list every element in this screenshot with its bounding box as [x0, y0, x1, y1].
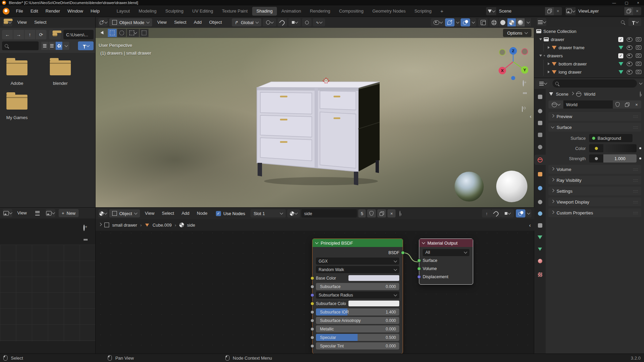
- tab-view-layer[interactable]: [534, 130, 546, 140]
- refresh-button[interactable]: ⟳: [36, 30, 46, 39]
- tab-modeling[interactable]: Modeling: [134, 7, 161, 16]
- folder-item-blender[interactable]: blender: [47, 60, 74, 86]
- tab-texture-paint[interactable]: Texture Paint: [218, 7, 252, 16]
- shading-dropdown[interactable]: [525, 18, 531, 26]
- viewlayer-name-field[interactable]: ViewLayer: [576, 7, 624, 15]
- tab-sculpting[interactable]: Sculpting: [161, 7, 188, 16]
- viewport-menu-object[interactable]: Object: [205, 18, 226, 27]
- shader-menu-view[interactable]: View: [141, 209, 158, 218]
- hide-eye-icon[interactable]: [627, 70, 632, 74]
- options-button[interactable]: Options: [503, 29, 531, 37]
- shading-wireframe-button[interactable]: [490, 18, 499, 26]
- file-search-input[interactable]: [2, 41, 39, 50]
- hide-eye-icon[interactable]: [627, 62, 632, 66]
- pin-icon[interactable]: [640, 92, 641, 97]
- collection-checkbox[interactable]: ✓: [618, 53, 623, 58]
- scene-unlink-button[interactable]: ×: [554, 7, 562, 15]
- expand-icon[interactable]: [539, 38, 542, 40]
- strength-socket-button[interactable]: [589, 154, 603, 163]
- render-camera-icon[interactable]: [636, 70, 641, 74]
- input-socket[interactable]: [310, 344, 314, 348]
- tab-object-data[interactable]: [534, 232, 546, 242]
- scene-icon[interactable]: [486, 7, 496, 15]
- fake-user-shield-button[interactable]: [367, 209, 376, 217]
- outliner-row-drawer-frame[interactable]: drawer frame: [534, 43, 644, 52]
- folder-item-my-games[interactable]: My Games: [3, 95, 31, 120]
- tab-layout[interactable]: Layout: [112, 7, 134, 16]
- expand-icon[interactable]: [548, 62, 550, 65]
- snap-settings-dropdown[interactable]: [288, 18, 301, 26]
- render-camera-icon[interactable]: [636, 54, 641, 58]
- shading-rendered-button[interactable]: [516, 18, 525, 26]
- breadcrumb-world[interactable]: World: [584, 92, 596, 97]
- shader-menu-select[interactable]: Select: [158, 209, 178, 218]
- image-editor-grid[interactable]: [0, 245, 96, 341]
- menu-render[interactable]: Render: [42, 7, 64, 16]
- node-principled-bsdf[interactable]: Principled BSDF BSDF GGX Random Walk Bas…: [312, 239, 403, 354]
- forward-button[interactable]: →: [13, 30, 24, 39]
- maximize-button[interactable]: ▢: [625, 1, 628, 5]
- collection-checkbox[interactable]: ✓: [618, 37, 623, 42]
- viewlayer-icon[interactable]: [565, 7, 576, 15]
- collapse-icon[interactable]: [422, 241, 425, 244]
- display-size-dropdown[interactable]: [63, 42, 70, 50]
- output-target-dropdown[interactable]: All: [423, 249, 469, 256]
- outliner-filter-dropdown[interactable]: [628, 18, 641, 26]
- region-collapse-icon[interactable]: ‹: [529, 222, 531, 228]
- render-camera-icon[interactable]: [636, 37, 641, 41]
- visibility-dropdown[interactable]: [431, 18, 445, 26]
- input-socket[interactable]: [310, 310, 314, 314]
- breadcrumb-object[interactable]: small drawer: [112, 223, 137, 228]
- tab-texture[interactable]: [534, 269, 546, 280]
- display-thumbnails-button[interactable]: [56, 42, 63, 50]
- expand-icon[interactable]: [548, 71, 550, 73]
- display-list-horizontal-button[interactable]: [48, 42, 56, 50]
- input-socket[interactable]: [310, 327, 314, 331]
- pin-icon[interactable]: [400, 211, 400, 216]
- material-unlink-button[interactable]: ×: [387, 209, 396, 217]
- transform-orientation-dropdown[interactable]: ↱Global: [232, 18, 261, 26]
- image-menu-icon[interactable]: [35, 211, 40, 215]
- show-overlays-toggle[interactable]: [461, 18, 470, 26]
- node-material-output[interactable]: Material Output All SurfaceVolumeDisplac…: [419, 239, 473, 285]
- color-swatch[interactable]: [348, 301, 399, 306]
- tab-material[interactable]: [534, 256, 546, 266]
- zoom-icon[interactable]: [83, 225, 85, 230]
- section-preview[interactable]: Preview::::: [548, 112, 641, 121]
- xray-toggle[interactable]: [478, 18, 488, 26]
- bsdf-row-subsurface-radius[interactable]: Subsurface Radius: [316, 291, 399, 299]
- dresser-3d-model[interactable]: [255, 77, 397, 189]
- world-name-field[interactable]: World: [563, 100, 613, 109]
- tab-constraints[interactable]: [534, 220, 546, 230]
- tab-shading[interactable]: Shading: [252, 7, 277, 16]
- outliner-row-scene-collection[interactable]: Scene Collection: [534, 27, 644, 35]
- distribution-dropdown[interactable]: GGX: [316, 258, 399, 265]
- viewlayer-remove-button[interactable]: ×: [633, 7, 641, 15]
- shader-menu-node[interactable]: Node: [193, 209, 211, 218]
- display-list-vertical-button[interactable]: [41, 42, 48, 50]
- bsdf-output-socket[interactable]: [401, 251, 405, 254]
- section-ray-visibility[interactable]: Ray Visibility::::: [548, 176, 641, 185]
- create-directory-button[interactable]: [49, 30, 61, 39]
- input-socket[interactable]: [310, 276, 314, 280]
- material-name-field[interactable]: side: [301, 209, 357, 217]
- hide-eye-icon[interactable]: [627, 37, 632, 42]
- value-slider[interactable]: Subsurface0.000: [316, 283, 399, 290]
- scene-name-field[interactable]: Scene: [496, 7, 545, 15]
- tab-output[interactable]: [534, 118, 546, 128]
- subsurface-method-dropdown[interactable]: Random Walk: [316, 266, 399, 273]
- material-browse-dropdown[interactable]: [287, 209, 300, 217]
- editor-type-image-icon[interactable]: [3, 209, 12, 217]
- snap-toggle-button[interactable]: [278, 18, 287, 26]
- tab-compositing[interactable]: Compositing: [335, 7, 368, 16]
- expand-icon[interactable]: [539, 55, 542, 57]
- material-users-count-button[interactable]: 5: [358, 209, 366, 217]
- breadcrumb-mesh[interactable]: Cube.009: [153, 223, 172, 228]
- value-slider[interactable]: Specular0.500: [316, 334, 399, 341]
- camera-view-icon[interactable]: [522, 107, 523, 112]
- shader-overlays-toggle[interactable]: [516, 209, 525, 217]
- minimize-button[interactable]: —: [612, 1, 616, 5]
- color-swatch[interactable]: [348, 275, 399, 281]
- input-socket[interactable]: [310, 285, 314, 288]
- shader-type-dropdown[interactable]: Object: [109, 209, 140, 217]
